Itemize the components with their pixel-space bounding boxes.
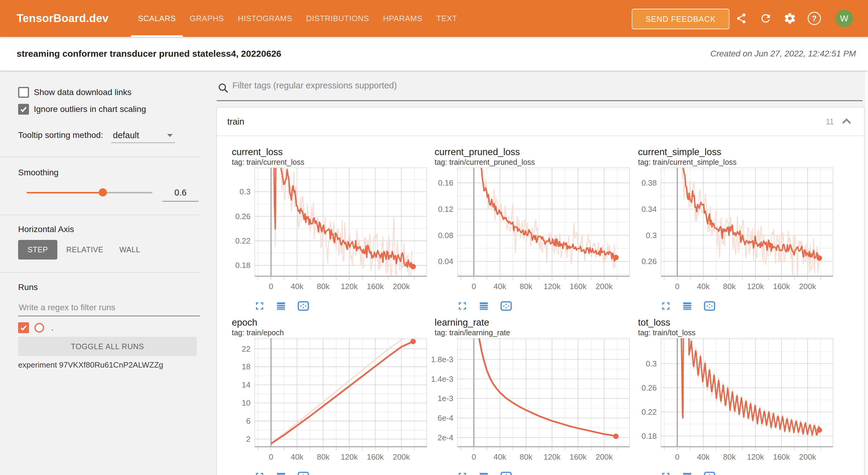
show-download-links-label: Show data download links xyxy=(34,88,132,97)
tooltip-sorting-select[interactable]: default xyxy=(111,128,175,143)
ignore-outliers-checkbox[interactable] xyxy=(18,104,29,115)
tab-graphs[interactable]: GRAPHS xyxy=(183,0,231,37)
send-feedback-button[interactable]: SEND FEEDBACK xyxy=(632,9,730,29)
chart-title: epoch xyxy=(232,317,427,328)
expand-chart-icon[interactable] xyxy=(255,301,265,311)
chart-plot[interactable]: 040k80k120k160k200k0.180.220.260.3 xyxy=(224,167,427,297)
sidebar-divider xyxy=(0,272,199,273)
fit-domain-icon[interactable] xyxy=(298,301,309,311)
tab-hparams[interactable]: HPARAMS xyxy=(376,0,430,37)
expand-chart-icon[interactable] xyxy=(255,472,265,475)
chart-plot[interactable]: 040k80k120k160k200k0.260.30.340.38 xyxy=(631,167,834,297)
runs-filter-input[interactable] xyxy=(18,299,200,316)
runs-selector-icon[interactable] xyxy=(276,472,286,475)
chart-plot[interactable]: 040k80k120k160k200k0.040.080.120.16 xyxy=(427,167,630,297)
runs-selector-icon[interactable] xyxy=(682,301,692,311)
ignore-outliers-row: Ignore outliers in chart scaling xyxy=(18,104,146,115)
svg-text:120k: 120k xyxy=(747,452,764,462)
expand-chart-icon[interactable] xyxy=(661,472,671,475)
fit-domain-icon[interactable] xyxy=(298,472,309,475)
svg-text:0.12: 0.12 xyxy=(438,204,453,214)
axis-relative-button[interactable]: RELATIVE xyxy=(62,240,107,259)
svg-text:0.3: 0.3 xyxy=(646,231,657,240)
scrollbar-track[interactable] xyxy=(864,71,868,475)
fit-domain-icon[interactable] xyxy=(704,472,715,475)
runs-selector-icon[interactable] xyxy=(479,472,489,475)
svg-text:0.26: 0.26 xyxy=(641,257,657,266)
tab-scalars[interactable]: SCALARS xyxy=(131,0,183,37)
run-checkbox[interactable] xyxy=(18,322,29,333)
tab-text[interactable]: TEXT xyxy=(430,0,464,37)
svg-text:120k: 120k xyxy=(341,282,358,291)
svg-text:120k: 120k xyxy=(544,452,561,462)
share-icon[interactable] xyxy=(734,12,748,25)
collapse-chevron-icon[interactable] xyxy=(841,116,852,127)
chart-plot[interactable]: 040k80k120k160k200k0.180.220.260.3 xyxy=(631,338,834,468)
toggle-all-runs-button[interactable]: TOGGLE ALL RUNS xyxy=(18,337,197,356)
svg-text:6: 6 xyxy=(246,416,250,425)
svg-text:200k: 200k xyxy=(596,452,613,462)
filter-tags-field xyxy=(217,78,863,101)
filter-tags-input[interactable] xyxy=(232,80,855,91)
svg-text:120k: 120k xyxy=(747,282,764,291)
axis-wall-button[interactable]: WALL xyxy=(112,240,147,259)
svg-text:200k: 200k xyxy=(596,282,613,291)
chart-tag: tag: train/current_simple_loss xyxy=(638,158,834,166)
svg-text:0.16: 0.16 xyxy=(438,178,453,187)
chart-plot[interactable]: 040k80k120k160k200k2e-46e-41e-31.4e-31.8… xyxy=(427,338,630,468)
runs-selector-icon[interactable] xyxy=(682,472,692,475)
axis-step-button[interactable]: STEP xyxy=(18,240,57,259)
run-row: . xyxy=(18,322,54,333)
smoothing-value-underline xyxy=(162,201,198,201)
runs-selector-icon[interactable] xyxy=(276,301,286,311)
settings-gear-icon[interactable] xyxy=(783,12,797,25)
svg-text:18: 18 xyxy=(242,362,250,371)
avatar[interactable]: W xyxy=(835,10,853,27)
checkmark-icon xyxy=(20,105,28,113)
svg-text:0.18: 0.18 xyxy=(235,261,250,270)
help-icon[interactable]: ? xyxy=(808,12,821,25)
run-color-swatch[interactable] xyxy=(34,323,44,332)
tab-histograms[interactable]: HISTOGRAMS xyxy=(231,0,299,37)
tab-distributions[interactable]: DISTRIBUTIONS xyxy=(299,0,376,37)
fit-domain-icon[interactable] xyxy=(500,472,512,475)
expand-chart-icon[interactable] xyxy=(458,301,467,311)
experiment-title: streaming conformer transducer pruned st… xyxy=(17,37,281,71)
svg-text:200k: 200k xyxy=(393,452,410,462)
svg-text:0.22: 0.22 xyxy=(641,407,657,416)
svg-text:40k: 40k xyxy=(697,282,710,291)
svg-text:2: 2 xyxy=(246,435,250,444)
svg-text:0: 0 xyxy=(472,282,476,291)
chart-plot[interactable]: 040k80k120k160k200k2610141822 xyxy=(224,338,427,468)
smoothing-value[interactable]: 0.6 xyxy=(162,188,198,198)
svg-text:160k: 160k xyxy=(569,282,587,291)
section-name: train xyxy=(227,108,244,135)
smoothing-slider[interactable] xyxy=(27,192,152,193)
created-on-timestamp: Created on Jun 27, 2022, 12:42:51 PM xyxy=(710,37,856,71)
fit-domain-icon[interactable] xyxy=(704,301,715,311)
chart-tag: tag: train/current_loss xyxy=(232,158,427,166)
chart-card-epoch: epochtag: train/epoch 040k80k120k160k200… xyxy=(224,317,427,475)
app-title: TensorBoard.dev xyxy=(17,0,108,37)
expand-chart-icon[interactable] xyxy=(661,301,671,311)
experiment-id: experiment 97VKXf80Ru61CnP2ALWZZg xyxy=(18,360,163,370)
svg-text:0.08: 0.08 xyxy=(438,231,453,240)
chart-toolbar xyxy=(458,301,630,311)
show-download-links-checkbox[interactable] xyxy=(18,87,29,98)
svg-text:1e-3: 1e-3 xyxy=(438,394,453,403)
svg-text:10: 10 xyxy=(242,398,250,407)
train-section-header[interactable]: train 11 xyxy=(217,108,864,136)
expand-chart-icon[interactable] xyxy=(458,472,467,475)
chart-card-current_loss: current_losstag: train/current_loss 040k… xyxy=(224,147,427,311)
chart-title: current_loss xyxy=(232,147,427,158)
smoothing-label: Smoothing xyxy=(18,168,59,178)
svg-text:160k: 160k xyxy=(367,282,384,291)
smoothing-slider-thumb[interactable] xyxy=(99,188,107,196)
svg-text:80k: 80k xyxy=(317,282,330,291)
refresh-icon[interactable] xyxy=(759,12,772,25)
fit-domain-icon[interactable] xyxy=(500,301,512,311)
svg-text:0: 0 xyxy=(269,282,273,291)
runs-selector-icon[interactable] xyxy=(479,301,489,311)
chart-toolbar xyxy=(255,472,427,475)
svg-text:0.3: 0.3 xyxy=(240,187,250,196)
